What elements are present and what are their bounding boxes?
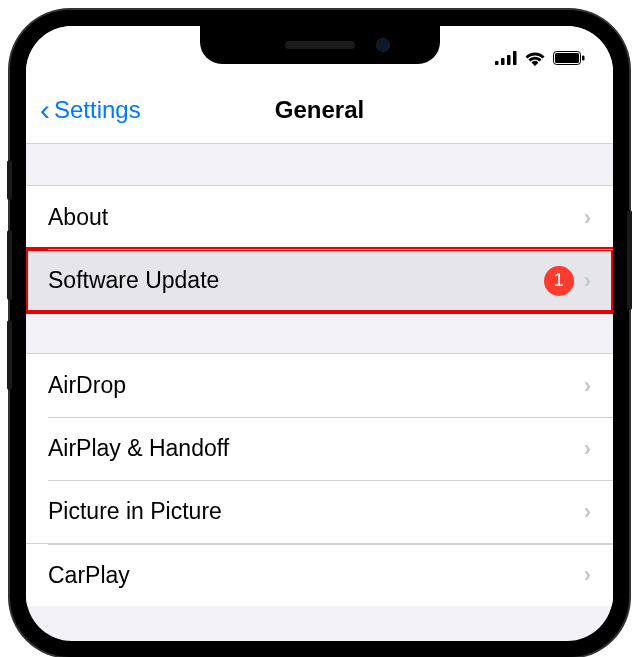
row-carplay[interactable]: CarPlay › xyxy=(26,543,613,606)
screen: ‹ Settings General About › Software Upda… xyxy=(26,26,613,641)
chevron-right-icon: › xyxy=(584,562,591,588)
row-airplay-handoff[interactable]: AirPlay & Handoff › xyxy=(26,417,613,480)
row-picture-in-picture[interactable]: Picture in Picture › xyxy=(26,480,613,543)
row-label: Software Update xyxy=(48,267,544,294)
volume-up-button xyxy=(7,230,12,300)
notification-badge: 1 xyxy=(544,266,574,296)
chevron-right-icon: › xyxy=(584,436,591,462)
battery-icon xyxy=(553,51,585,65)
chevron-left-icon: ‹ xyxy=(40,95,50,125)
phone-frame: ‹ Settings General About › Software Upda… xyxy=(10,10,629,657)
section-spacer xyxy=(26,312,613,354)
settings-group-1: About › Software Update 1 › xyxy=(26,186,613,312)
svg-rect-6 xyxy=(582,56,585,61)
front-camera xyxy=(376,38,390,52)
row-label: Picture in Picture xyxy=(48,498,574,525)
power-button xyxy=(627,210,632,310)
row-airdrop[interactable]: AirDrop › xyxy=(26,354,613,417)
chevron-right-icon: › xyxy=(584,268,591,294)
svg-rect-2 xyxy=(507,55,511,65)
row-label: AirDrop xyxy=(48,372,574,399)
section-spacer xyxy=(26,144,613,186)
chevron-right-icon: › xyxy=(584,205,591,231)
row-label: CarPlay xyxy=(48,562,574,589)
svg-rect-5 xyxy=(555,53,579,63)
cellular-signal-icon xyxy=(495,51,517,65)
svg-rect-0 xyxy=(495,61,499,65)
row-label: AirPlay & Handoff xyxy=(48,435,574,462)
svg-rect-3 xyxy=(513,51,517,65)
settings-group-2: AirDrop › AirPlay & Handoff › Picture in… xyxy=(26,354,613,606)
notch xyxy=(200,26,440,64)
row-software-update[interactable]: Software Update 1 › xyxy=(26,249,613,312)
row-label: About xyxy=(48,204,574,231)
volume-down-button xyxy=(7,320,12,390)
mute-switch xyxy=(7,160,12,200)
chevron-right-icon: › xyxy=(584,373,591,399)
nav-bar: ‹ Settings General xyxy=(26,76,613,144)
svg-rect-1 xyxy=(501,58,505,65)
speaker-grille xyxy=(285,41,355,49)
chevron-right-icon: › xyxy=(584,499,591,525)
back-label: Settings xyxy=(54,96,141,124)
back-button[interactable]: ‹ Settings xyxy=(40,95,141,125)
row-about[interactable]: About › xyxy=(26,186,613,249)
wifi-icon xyxy=(524,50,546,66)
